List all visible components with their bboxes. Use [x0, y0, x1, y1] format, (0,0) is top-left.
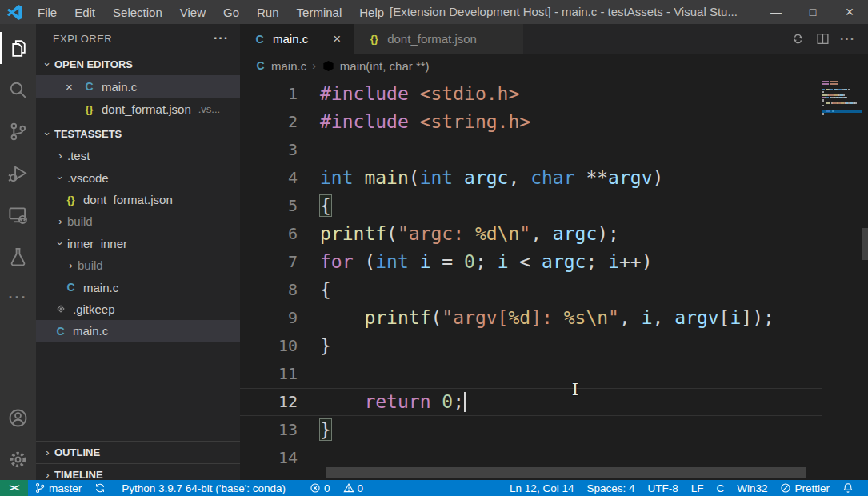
menu-view[interactable]: View: [171, 0, 214, 24]
status-eol[interactable]: LF: [685, 480, 710, 496]
code-line-6[interactable]: 6printf("argc: %d\n", argc);: [240, 220, 822, 248]
close-icon[interactable]: ×: [66, 80, 78, 94]
code-text: int main(int argc, char **argv): [320, 164, 663, 192]
status-label: Spaces: 4: [586, 482, 634, 494]
menu-edit[interactable]: Edit: [66, 0, 104, 24]
activitybar-remote-explorer[interactable]: [0, 194, 36, 235]
status-platform[interactable]: Win32: [730, 480, 774, 496]
more-actions-icon: ···: [840, 32, 855, 46]
open-editors-header[interactable]: › OPEN EDITORS: [36, 53, 240, 75]
status-language-mode[interactable]: C: [710, 480, 730, 496]
minimap-line: [822, 105, 824, 106]
window-title: [Extension Development Host] - main.c - …: [390, 0, 738, 24]
activitybar-settings[interactable]: [0, 438, 36, 480]
status-errors[interactable]: 0: [303, 480, 337, 496]
status-label: C: [716, 482, 724, 494]
explorer-icon: [8, 38, 28, 58]
remote-indicator[interactable]: ><: [0, 480, 28, 496]
activitybar-run-and-debug[interactable]: [0, 152, 36, 194]
outline-header[interactable]: › OUTLINE: [36, 441, 240, 463]
activitybar-explorer[interactable]: [0, 27, 36, 69]
tree-root-header[interactable]: › TESTASSETS: [36, 122, 240, 145]
activitybar-search[interactable]: [0, 69, 36, 110]
status-indentation[interactable]: Spaces: 4: [580, 480, 641, 496]
error-icon: [310, 482, 321, 494]
open-editor-main-c[interactable]: ×Cmain.c: [36, 75, 240, 98]
tree-item-vscode[interactable]: ›.vscode: [36, 166, 240, 188]
menu-terminal[interactable]: Terminal: [288, 0, 351, 24]
status-notifications[interactable]: [836, 480, 863, 496]
tree-item-main-c[interactable]: Cmain.c: [36, 320, 240, 342]
tree-item-main-c[interactable]: Cmain.c: [36, 276, 240, 298]
tree-item-inner-inner[interactable]: ›inner_inner: [36, 233, 240, 254]
warning-icon: [343, 482, 354, 494]
status-prettier[interactable]: Prettier: [774, 480, 836, 496]
git-diamond-icon: [55, 303, 66, 314]
activitybar-accounts[interactable]: [0, 397, 36, 438]
status-warnings[interactable]: 0: [337, 480, 370, 496]
code-line-12[interactable]: 12 return 0;: [240, 388, 822, 416]
status-encoding[interactable]: UTF-8: [641, 480, 684, 496]
vertical-scrollbar[interactable]: [862, 228, 868, 260]
tree-item-gitkeep[interactable]: .gitkeep: [36, 298, 240, 320]
minimap[interactable]: [822, 80, 862, 176]
split-editor-button[interactable]: [810, 27, 835, 51]
tree-item-test[interactable]: ›.test: [36, 145, 240, 166]
code-line-8[interactable]: 8{: [240, 276, 822, 304]
mouse-cursor-ibeam: I: [570, 381, 581, 398]
chevron-down-icon: ›: [42, 58, 54, 71]
tree-item-build[interactable]: ›build: [36, 254, 240, 276]
close-icon[interactable]: ×: [329, 31, 345, 47]
code-line-10[interactable]: 10}: [240, 332, 822, 360]
status-python-interpreter[interactable]: Python 3.9.7 64-bit ('base': conda): [115, 480, 292, 496]
status-cursor-position[interactable]: Ln 12, Col 14: [503, 480, 580, 496]
breadcrumb-separator-icon: ›: [312, 59, 316, 72]
code-line-11[interactable]: 11: [240, 360, 822, 388]
close-button[interactable]: ×: [831, 0, 868, 24]
menu-file[interactable]: File: [29, 0, 66, 24]
activitybar-testing[interactable]: [0, 235, 36, 277]
tree-item-build[interactable]: ›build: [36, 210, 240, 232]
breadcrumb: C main.c › main(int, char **): [240, 54, 868, 78]
status-label: UTF-8: [647, 482, 678, 494]
horizontal-scrollbar[interactable]: [326, 467, 806, 478]
open-editors-section: › OPEN EDITORS ×Cmain.c{}dont_format.jso…: [36, 53, 240, 122]
code-line-3[interactable]: 3: [240, 136, 822, 164]
activitybar-source-control[interactable]: [0, 110, 36, 152]
menu-run[interactable]: Run: [248, 0, 288, 24]
menu-selection[interactable]: Selection: [104, 0, 171, 24]
breadcrumb-symbol[interactable]: main(int, char **): [340, 59, 430, 73]
minimize-button[interactable]: —: [758, 0, 794, 24]
sync-icon: [94, 482, 106, 494]
activitybar-more[interactable]: ···: [0, 277, 36, 318]
menu-help[interactable]: Help: [350, 0, 393, 24]
explorer-more-icon[interactable]: ···: [214, 31, 229, 46]
open-editor-dont-format-json[interactable]: {}dont_format.json.vs...: [36, 98, 240, 120]
tab-main-c[interactable]: Cmain.c×: [240, 24, 354, 54]
compare-changes-button[interactable]: [786, 27, 810, 51]
tree-item-label: .vscode: [67, 171, 109, 185]
tab-dont-format-json[interactable]: {}dont_format.json×: [354, 24, 523, 54]
code-line-1[interactable]: 1#include <stdio.h>: [240, 80, 822, 108]
minimap-line: [845, 97, 847, 98]
search-icon: [8, 80, 28, 100]
more-actions-button[interactable]: ···: [835, 27, 860, 51]
code-line-9[interactable]: 9 printf("argv[%d]: %s\n", i, argv[i]);: [240, 304, 822, 332]
code-line-4[interactable]: 4int main(int argc, char **argv): [240, 164, 822, 192]
maximize-button[interactable]: □: [794, 0, 831, 24]
text-caret: [464, 392, 466, 412]
code-line-7[interactable]: 7for (int i = 0; i < argc; i++): [240, 248, 822, 276]
editor-actions: ···: [786, 24, 868, 54]
breadcrumb-file[interactable]: main.c: [271, 59, 306, 73]
status-git-branch[interactable]: master: [28, 480, 88, 496]
tree-item-dont-format-json[interactable]: {}dont_format.json: [36, 189, 240, 210]
source-control-icon: [8, 122, 28, 142]
code-line-13[interactable]: 13}: [240, 416, 822, 444]
menu-go[interactable]: Go: [214, 0, 248, 24]
status-sync[interactable]: [88, 480, 115, 496]
code-line-5[interactable]: 5{: [240, 192, 822, 220]
minimap-line: [828, 94, 834, 96]
code-line-2[interactable]: 2#include <string.h>: [240, 108, 822, 136]
minimap-line: [848, 89, 850, 90]
code-editor[interactable]: 1#include <stdio.h>2#include <string.h>3…: [240, 78, 868, 480]
